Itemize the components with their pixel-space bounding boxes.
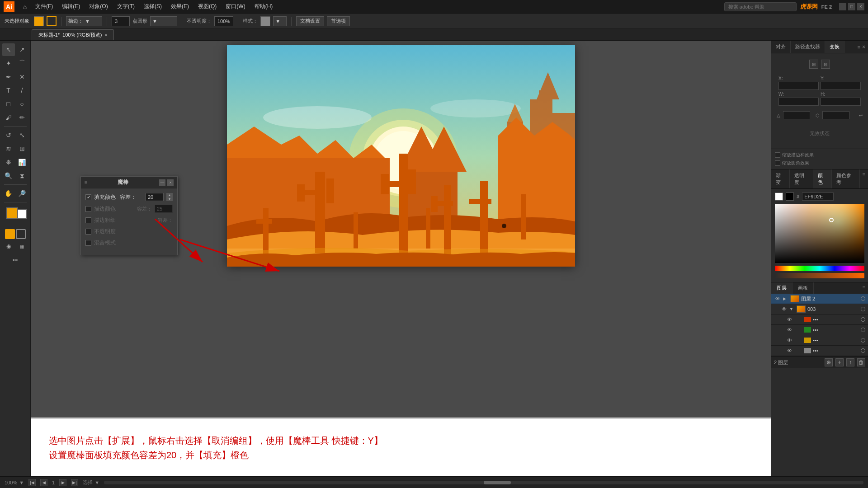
- line-tool[interactable]: /: [16, 84, 28, 97]
- minimize-button[interactable]: —: [839, 3, 846, 10]
- style-dropdown[interactable]: ▼: [273, 16, 287, 26]
- scale-corners-check[interactable]: [775, 160, 780, 166]
- pathfinder-tab[interactable]: 路径查找器: [791, 41, 825, 53]
- menu-select[interactable]: 选择(S): [140, 2, 165, 11]
- brush-dropdown[interactable]: 摘边： ▼: [66, 16, 102, 26]
- close-button[interactable]: ×: [857, 3, 864, 10]
- magic-wand-tool[interactable]: ✦: [2, 57, 15, 70]
- menu-view[interactable]: 视图(Q): [194, 2, 220, 11]
- prev-page-btn[interactable]: ◀: [40, 479, 47, 486]
- white-color-preview[interactable]: [775, 192, 783, 201]
- artboard-tab[interactable]: 画板: [793, 282, 814, 294]
- transform-tab[interactable]: 变换: [825, 41, 844, 53]
- menu-help[interactable]: 帮助(H): [251, 2, 277, 11]
- shape-dropdown[interactable]: ▼: [150, 16, 177, 26]
- delete-layer-btn[interactable]: 🗑: [857, 358, 865, 366]
- preferences-button[interactable]: 首选项: [327, 16, 350, 26]
- doc-settings-button[interactable]: 文档设置: [296, 16, 324, 26]
- horizontal-scrollbar[interactable]: [104, 481, 863, 484]
- panel-minimize-button[interactable]: —: [159, 179, 165, 186]
- draw-mode[interactable]: ◉: [2, 240, 15, 253]
- next-page-btn[interactable]: ▶: [59, 479, 66, 486]
- view-mode-fill[interactable]: [5, 229, 15, 239]
- menu-edit[interactable]: 编辑(E): [58, 2, 84, 11]
- stroke-tolerance-input[interactable]: 25: [155, 205, 173, 213]
- opacity-value[interactable]: 100%: [214, 16, 233, 26]
- fill-color-checkbox[interactable]: ✓: [85, 194, 91, 200]
- color-panel-options[interactable]: ≡: [860, 169, 868, 188]
- layer2-expand[interactable]: ▶: [783, 296, 788, 301]
- layer-color4-row[interactable]: 👁 •••: [771, 346, 868, 356]
- stroke-color-checkbox[interactable]: [85, 206, 91, 212]
- layers-panel-options[interactable]: ≡: [860, 282, 868, 294]
- make-layer-clip-btn[interactable]: ⊕: [825, 358, 833, 366]
- menu-file[interactable]: 文件(F): [32, 2, 57, 11]
- move-selection-btn[interactable]: ↑: [846, 358, 854, 366]
- point-count-value[interactable]: 3: [112, 16, 130, 26]
- tolerance-up[interactable]: ▲: [166, 193, 173, 197]
- stroke-width-checkbox[interactable]: [85, 217, 91, 223]
- more-tools[interactable]: •••: [9, 253, 22, 266]
- style-color-swatch[interactable]: [260, 16, 270, 26]
- reset-icon[interactable]: ↩: [859, 113, 863, 118]
- search-input[interactable]: [724, 2, 797, 11]
- canvas-scroll[interactable]: ≡ 魔棒 — × ✓ 填充颜色 容差： 20 ▲: [31, 41, 771, 418]
- menu-effects[interactable]: 效果(E): [167, 2, 193, 11]
- symbol-tool[interactable]: ❋: [2, 156, 15, 169]
- layer-color2-row[interactable]: 👁 •••: [771, 325, 868, 335]
- last-page-btn[interactable]: ▶|: [71, 479, 78, 486]
- layer-color1-vis[interactable]: 👁: [786, 316, 793, 323]
- layer003-expand[interactable]: ▼: [789, 307, 795, 311]
- eyedropper-tool[interactable]: 🔍: [2, 169, 15, 182]
- home-icon[interactable]: ⌂: [20, 2, 30, 12]
- blend-tool[interactable]: ⧗: [16, 169, 28, 182]
- alpha-slider[interactable]: [775, 273, 864, 278]
- color-picker-area[interactable]: [775, 204, 864, 263]
- align-icon-1[interactable]: ⊞: [809, 60, 818, 69]
- chart-tool[interactable]: 📊: [16, 156, 28, 169]
- pencil-tool[interactable]: ✏: [16, 111, 28, 124]
- stroke-swatch[interactable]: [47, 16, 57, 26]
- scale-tool[interactable]: ⤡: [16, 129, 28, 141]
- color-tab[interactable]: 颜色: [813, 169, 832, 188]
- layer-color4-vis[interactable]: 👁: [786, 347, 793, 354]
- free-transform-tool[interactable]: ⊞: [16, 142, 28, 155]
- view-mode-stroke[interactable]: [16, 229, 26, 239]
- document-tab[interactable]: 未标题-1* 100% (RGB/预览) ×: [32, 29, 114, 40]
- gradient-tab[interactable]: 渐变: [771, 169, 790, 188]
- lasso-tool[interactable]: ⌒: [16, 57, 28, 70]
- panel-close-x[interactable]: ×: [862, 44, 865, 50]
- selection-tool[interactable]: ↖: [2, 43, 15, 56]
- rect-tool[interactable]: □: [2, 98, 15, 110]
- align-icon-2[interactable]: ⊟: [821, 60, 830, 69]
- panel-options-icon[interactable]: ≡: [858, 44, 860, 50]
- black-color-preview[interactable]: [786, 192, 794, 201]
- pen-tool[interactable]: ✒: [2, 70, 15, 83]
- layer2-visibility[interactable]: 👁: [774, 295, 781, 302]
- color-guide-tab[interactable]: 颜色参考: [832, 169, 860, 188]
- panel-close-button[interactable]: ×: [167, 179, 174, 186]
- align-tab[interactable]: 对齐: [771, 41, 791, 53]
- background-color-swatch[interactable]: [17, 209, 27, 219]
- tolerance-input[interactable]: 20: [146, 193, 164, 201]
- opacity-checkbox[interactable]: [85, 229, 91, 235]
- rotate-tool[interactable]: ↺: [2, 129, 15, 141]
- brush-tool[interactable]: 🖌: [2, 111, 15, 124]
- layer-color3-row[interactable]: 👁 •••: [771, 335, 868, 346]
- blend-mode-checkbox[interactable]: [85, 240, 91, 246]
- menu-object[interactable]: 对象(O): [85, 2, 111, 11]
- layer-2-row[interactable]: 👁 ▶ 图层 2: [771, 294, 868, 304]
- layer-color3-vis[interactable]: 👁: [786, 337, 793, 344]
- warp-tool[interactable]: ≋: [2, 142, 15, 155]
- menu-window[interactable]: 窗口(W): [222, 2, 249, 11]
- first-page-btn[interactable]: |◀: [28, 479, 36, 486]
- foreground-color-swatch[interactable]: [6, 207, 18, 219]
- tab-close-button[interactable]: ×: [104, 33, 107, 38]
- page-number[interactable]: 1: [52, 480, 55, 485]
- anchor-tool[interactable]: ✕: [16, 70, 28, 83]
- tolerance-down[interactable]: ▼: [166, 197, 173, 201]
- hex-value-input[interactable]: EF9D2E: [802, 192, 834, 201]
- text-tool[interactable]: T: [2, 84, 15, 97]
- direct-selection-tool[interactable]: ↗: [16, 43, 28, 56]
- layers-btn[interactable]: ▦: [16, 240, 28, 253]
